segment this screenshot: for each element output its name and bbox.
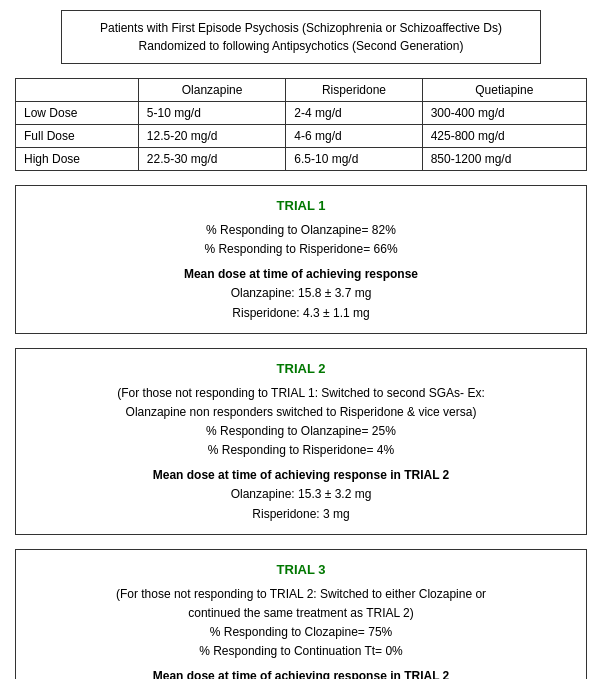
row-cell: 300-400 mg/d: [422, 102, 586, 125]
col-header-olanzapine: Olanzapine: [138, 79, 286, 102]
row-cell: 6.5-10 mg/d: [286, 148, 422, 171]
trial2-line1: (For those not responding to TRIAL 1: Sw…: [32, 384, 570, 403]
col-header-quetiapine: Quetiapine: [422, 79, 586, 102]
trial2-bold: Mean dose at time of achieving response …: [32, 466, 570, 485]
table-row: Low Dose5-10 mg/d2-4 mg/d300-400 mg/d: [16, 102, 587, 125]
trial3-box: TRIAL 3 (For those not responding to TRI…: [15, 549, 587, 679]
row-cell: 22.5-30 mg/d: [138, 148, 286, 171]
trial2-line5: Olanzapine: 15.3 ± 3.2 mg: [32, 485, 570, 504]
row-cell: 5-10 mg/d: [138, 102, 286, 125]
row-label: Low Dose: [16, 102, 139, 125]
trial3-line4: % Responding to Continuation Tt= 0%: [32, 642, 570, 661]
row-cell: 2-4 mg/d: [286, 102, 422, 125]
trial2-title: TRIAL 2: [32, 359, 570, 380]
row-cell: 425-800 mg/d: [422, 125, 586, 148]
trial2-line4: % Responding to Risperidone= 4%: [32, 441, 570, 460]
trial2-line2: Olanzapine non responders switched to Ri…: [32, 403, 570, 422]
trial1-box: TRIAL 1 % Responding to Olanzapine= 82% …: [15, 185, 587, 334]
row-cell: 12.5-20 mg/d: [138, 125, 286, 148]
trial1-line2: % Responding to Risperidone= 66%: [32, 240, 570, 259]
col-header-empty: [16, 79, 139, 102]
trial3-line2: continued the same treatment as TRIAL 2): [32, 604, 570, 623]
trial1-line1: % Responding to Olanzapine= 82%: [32, 221, 570, 240]
row-cell: 850-1200 mg/d: [422, 148, 586, 171]
trial2-line3: % Responding to Olanzapine= 25%: [32, 422, 570, 441]
dosage-table: Olanzapine Risperidone Quetiapine Low Do…: [15, 78, 587, 171]
header-line2: Randomized to following Antipsychotics (…: [74, 37, 528, 55]
row-label: Full Dose: [16, 125, 139, 148]
trial1-line3: Olanzapine: 15.8 ± 3.7 mg: [32, 284, 570, 303]
trial1-bold: Mean dose at time of achieving response: [32, 265, 570, 284]
row-label: High Dose: [16, 148, 139, 171]
trial2-line6: Risperidone: 3 mg: [32, 505, 570, 524]
header-line1: Patients with First Episode Psychosis (S…: [74, 19, 528, 37]
trial1-title: TRIAL 1: [32, 196, 570, 217]
trial2-box: TRIAL 2 (For those not responding to TRI…: [15, 348, 587, 535]
table-row: High Dose22.5-30 mg/d6.5-10 mg/d850-1200…: [16, 148, 587, 171]
trial3-line3: % Responding to Clozapine= 75%: [32, 623, 570, 642]
header-box: Patients with First Episode Psychosis (S…: [61, 10, 541, 64]
trial1-line4: Risperidone: 4.3 ± 1.1 mg: [32, 304, 570, 323]
trial3-title: TRIAL 3: [32, 560, 570, 581]
row-cell: 4-6 mg/d: [286, 125, 422, 148]
col-header-risperidone: Risperidone: [286, 79, 422, 102]
trial3-bold: Mean dose at time of achieving response …: [32, 667, 570, 679]
trial3-line1: (For those not responding to TRIAL 2: Sw…: [32, 585, 570, 604]
table-row: Full Dose12.5-20 mg/d4-6 mg/d425-800 mg/…: [16, 125, 587, 148]
